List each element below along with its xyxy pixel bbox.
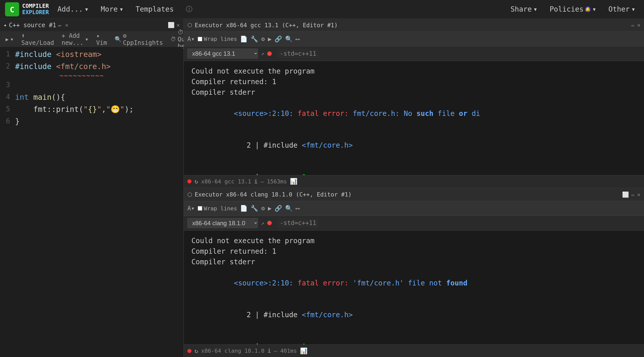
- top-nav: C COMPILER EXPLORER Add... ▾ More ▾ Temp…: [0, 0, 644, 19]
- exec1-expand-icon[interactable]: ⟷: [296, 36, 299, 43]
- chevron-down-icon: ▾: [592, 5, 596, 13]
- code-line-1: 1 #include <iostream>: [0, 49, 183, 61]
- exec1-compiler-row: x86-64 gcc 13.1 ↗ -std=c++11: [184, 46, 644, 61]
- edit-icon[interactable]: ✏: [631, 22, 635, 28]
- main-layout: ✦ C++ source #1 ✏ ✕ ⬜ ✕ ▶ ▾ ⬆ Save/Load …: [0, 19, 644, 357]
- exec1-squiggle: | ^~~~~~~~~~~: [191, 161, 636, 175]
- code-line-3: 3: [0, 80, 183, 92]
- exec2-error-dot: [267, 221, 272, 225]
- exec2-squiggle: | ^~~~~~~~~~~: [191, 331, 636, 345]
- close-executor2-icon[interactable]: ✕: [637, 191, 640, 198]
- chevron-down-icon: ▾: [84, 5, 89, 13]
- exec1-graph-icon[interactable]: 📊: [290, 178, 297, 185]
- editor-toolbar: ▶ ▾ ⬆ Save/Load + Add new... ▾ ✦ Vim 🔍 ⚙…: [0, 32, 183, 47]
- exec2-external-link-icon[interactable]: ↗: [261, 220, 264, 226]
- exec2-terminal-icon[interactable]: ▶: [268, 205, 272, 212]
- exec2-error-line: <source>:2:10: fatal error: 'fmt/core.h'…: [191, 267, 636, 299]
- exec1-external-link-icon[interactable]: ↗: [261, 50, 264, 57]
- add-dropdown[interactable]: ▶ ▾: [4, 35, 16, 44]
- exec2-link-icon[interactable]: 🔗: [275, 205, 282, 212]
- vim-btn[interactable]: ✦ Vim: [94, 31, 109, 47]
- save-load-btn[interactable]: ⬆ Save/Load: [19, 31, 56, 47]
- exec1-terminal-icon[interactable]: ▶: [268, 36, 272, 43]
- exec1-search-icon[interactable]: 🔍: [285, 36, 293, 43]
- exec2-search-icon[interactable]: 🔍: [285, 205, 293, 212]
- wrap-lines-toggle2[interactable]: Wrap lines: [198, 205, 237, 212]
- exec1-file-icon[interactable]: 📄: [240, 36, 248, 43]
- policies-menu[interactable]: Policies 🔔 ▾: [546, 3, 600, 15]
- exec1-out-line1: Could not execute the program: [191, 66, 636, 77]
- chevron-down-icon: ▾: [85, 36, 88, 43]
- exec2-file-icon[interactable]: 📄: [240, 205, 248, 212]
- code-line-4: 4 int main(){: [0, 92, 183, 104]
- wrap-lines-checkbox2[interactable]: [198, 206, 202, 211]
- executor-clang-title-bar: ⬡ Executor x86-64 clang 18.1.0 (C++, Edi…: [184, 188, 644, 201]
- code-line-2: 2 #include <fmt/core.h> ~~~~~~~~~~: [0, 61, 183, 80]
- exec2-compiler-select[interactable]: x86-64 clang 18.1.0: [187, 218, 258, 228]
- executors-panel: ⬡ Executor x86-64 gcc 13.1 (C++, Editor …: [184, 19, 644, 357]
- exec1-link-icon[interactable]: 🔗: [275, 36, 282, 43]
- exec1-tool-icon[interactable]: 🔧: [251, 36, 258, 43]
- add-dropdown-arrow: ▾: [10, 36, 14, 43]
- exec1-error-line: <source>:2:10: fatal error: fmt/core.h: …: [191, 98, 636, 129]
- editor-tab[interactable]: ✦ C++ source #1 ✏ ✕: [4, 22, 69, 29]
- exec2-cog-icon[interactable]: ⚙: [261, 205, 265, 212]
- close-tab-icon[interactable]: ✕: [65, 22, 68, 28]
- exec2-settings-btn[interactable]: A▾: [187, 205, 195, 212]
- close-editor-icon[interactable]: ✕: [177, 22, 180, 28]
- edit-clang-icon[interactable]: ✏: [631, 191, 635, 198]
- close-executor1-icon[interactable]: ✕: [637, 22, 640, 28]
- title-bar-icons-clang: ⬜ ✏ ✕: [622, 191, 641, 198]
- wrap-lines-checkbox1[interactable]: [198, 37, 202, 41]
- more-menu[interactable]: More ▾: [97, 3, 127, 15]
- share-menu[interactable]: Share ▾: [507, 3, 541, 15]
- exec2-graph-icon[interactable]: 📊: [300, 347, 308, 354]
- editor-panel: ✦ C++ source #1 ✏ ✕ ⬜ ✕ ▶ ▾ ⬆ Save/Load …: [0, 19, 184, 357]
- templates-menu[interactable]: Templates: [132, 3, 177, 15]
- code-line-5: 5 fmt::print("{}","😁");: [0, 104, 183, 116]
- exec2-code1: 2 | #include <fmt/core.h>: [191, 299, 636, 331]
- nav-right: Share ▾ Policies 🔔 ▾ Other ▾: [507, 3, 639, 15]
- logo-text: COMPILER EXPLORER: [22, 3, 49, 15]
- exec1-settings-btn[interactable]: A▾: [187, 36, 195, 43]
- exec1-cog-icon[interactable]: ⚙: [261, 36, 265, 43]
- exec1-output: Could not execute the program Compiler r…: [184, 61, 644, 175]
- exec1-error-dot: [267, 51, 272, 56]
- executor-gcc-toolbar: A▾ Wrap lines 📄 🔧 ⚙ ▶ 🔗 🔍 ⟷: [184, 32, 644, 46]
- help-icon-btn[interactable]: ⓘ: [182, 3, 196, 16]
- chevron-down-icon: ▾: [631, 5, 635, 13]
- exec2-tool-icon[interactable]: 🔧: [251, 205, 258, 212]
- chevron-down-icon: ▾: [119, 5, 123, 13]
- cpp-insights-btn[interactable]: 🔍 ⚙ CppInsights: [113, 31, 165, 47]
- exec2-expand-icon[interactable]: ⟷: [296, 205, 299, 212]
- exec1-out-line3: Compiler stderr: [191, 87, 636, 98]
- maximize-icon[interactable]: ⬜: [168, 22, 175, 28]
- chevron-down-icon: ▾: [533, 5, 537, 13]
- logo: C COMPILER EXPLORER: [5, 2, 49, 16]
- executor-clang: ⬡ Executor x86-64 clang 18.1.0 (C++, Edi…: [184, 188, 644, 357]
- notification-badge: 🔔: [585, 7, 591, 12]
- exec1-out-line2: Compiler returned: 1: [191, 77, 636, 87]
- title-bar-icons: ✏ ✕: [631, 22, 641, 28]
- add-menu[interactable]: Add... ▾: [54, 3, 92, 15]
- svg-text:C: C: [10, 5, 14, 14]
- exec1-status-bar: ↻ x86-64 gcc 13.1 i — 1563ms 📊: [184, 175, 644, 188]
- exec1-refresh-icon[interactable]: ↻: [194, 178, 198, 185]
- add-new-btn[interactable]: + Add new... ▾: [60, 31, 91, 47]
- exec2-status-bar: ↻ x86-64 clang 18.1.0 i — 401ms 📊: [184, 344, 644, 357]
- code-line-6: 6 }: [0, 116, 183, 128]
- wrap-lines-toggle1[interactable]: Wrap lines: [198, 36, 237, 42]
- exec2-status-dot: [187, 349, 191, 353]
- executor-clang-toolbar: A▾ Wrap lines 📄 🔧 ⚙ ▶ 🔗 🔍 ⟷: [184, 201, 644, 216]
- executor-gcc-title-bar: ⬡ Executor x86-64 gcc 13.1 (C++, Editor …: [184, 19, 644, 32]
- exec1-status-dot: [187, 179, 191, 183]
- exec2-refresh-icon[interactable]: ↻: [194, 347, 198, 354]
- exec1-compiler-select[interactable]: x86-64 gcc 13.1: [187, 49, 258, 58]
- exec2-output: Could not execute the program Compiler r…: [184, 231, 644, 345]
- exec2-out-line2: Compiler returned: 1: [191, 246, 636, 257]
- logo-icon: C: [5, 2, 19, 16]
- exec2-out-line1: Could not execute the program: [191, 236, 636, 246]
- maximize-clang-icon[interactable]: ⬜: [622, 191, 629, 198]
- code-editor[interactable]: 1 #include <iostream> 2 #include <fmt/co…: [0, 47, 183, 357]
- other-menu[interactable]: Other ▾: [605, 3, 639, 15]
